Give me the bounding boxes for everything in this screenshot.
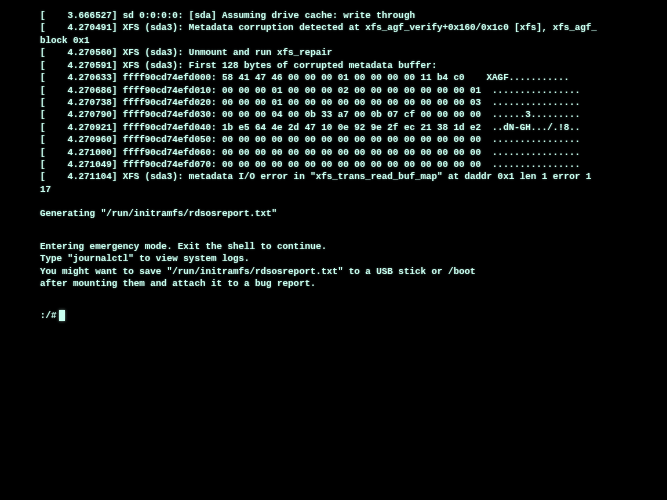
cursor-block [59,310,65,321]
kernel-log-hexdump: [ 4.270960] ffff90cd74efd050: 00 00 00 0… [40,134,657,146]
kernel-log-line: 17 [40,184,657,196]
kernel-log-hexdump: [ 4.271000] ffff90cd74efd060: 00 00 00 0… [40,147,657,159]
kernel-log-line: [ 4.271104] XFS (sda3): metadata I/O err… [40,171,657,183]
kernel-log-hexdump: [ 4.270921] ffff90cd74efd040: 1b e5 64 4… [40,122,657,134]
kernel-log-line: block 0x1 [40,35,657,47]
kernel-log-line: [ 4.270491] XFS (sda3): Metadata corrupt… [40,22,657,34]
emergency-mode-line: after mounting them and attach it to a b… [40,278,657,290]
emergency-mode-line: Entering emergency mode. Exit the shell … [40,241,657,253]
kernel-log-hexdump: [ 4.270738] ffff90cd74efd020: 00 00 00 0… [40,97,657,109]
kernel-log-line: [ 4.270560] XFS (sda3): Unmount and run … [40,47,657,59]
prompt-text: :/# [40,310,57,321]
generating-report-line: Generating "/run/initramfs/rdsosreport.t… [40,208,657,220]
console-screen: [ 3.666527] sd 0:0:0:0: [sda] Assuming d… [0,10,667,323]
emergency-mode-line: Type "journalctl" to view system logs. [40,253,657,265]
emergency-mode-line: You might want to save "/run/initramfs/r… [40,266,657,278]
kernel-log-hexdump: [ 4.270790] ffff90cd74efd030: 00 00 00 0… [40,109,657,121]
kernel-log-line: [ 4.270591] XFS (sda3): First 128 bytes … [40,60,657,72]
kernel-log-line: [ 3.666527] sd 0:0:0:0: [sda] Assuming d… [40,10,657,22]
kernel-log-hexdump: [ 4.270633] ffff90cd74efd000: 58 41 47 4… [40,72,657,84]
kernel-log-hexdump: [ 4.270686] ffff90cd74efd010: 00 00 00 0… [40,85,657,97]
shell-prompt[interactable]: :/# [40,310,657,322]
kernel-log-hexdump: [ 4.271049] ffff90cd74efd070: 00 00 00 0… [40,159,657,171]
